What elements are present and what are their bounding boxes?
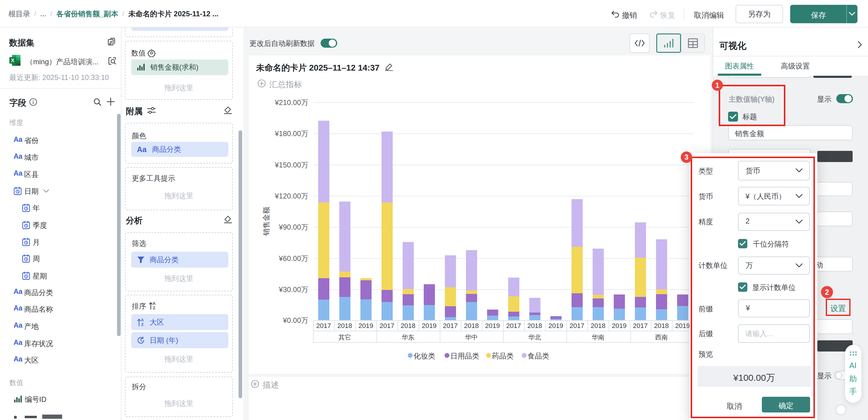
svg-text:A: A (153, 301, 156, 306)
svg-text:Z: Z (141, 322, 144, 327)
svg-text:A: A (141, 318, 144, 322)
svg-text:Z: Z (153, 306, 155, 310)
svg-text:X: X (11, 58, 14, 63)
